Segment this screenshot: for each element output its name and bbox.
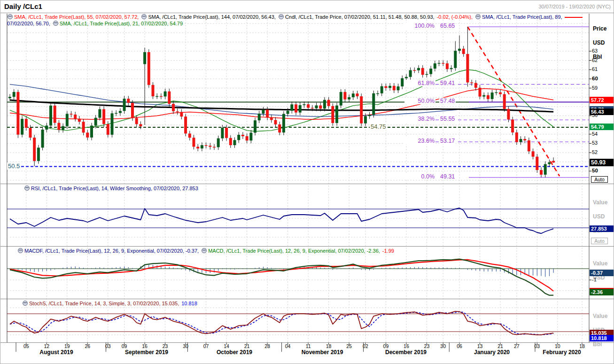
candle-body — [311, 108, 314, 109]
candle-body — [491, 93, 494, 99]
stoch-d-value-text: 10.818 — [181, 301, 197, 306]
macd-signal-line — [10, 260, 553, 291]
candle-body — [499, 93, 502, 94]
sma-21-legend[interactable]: SMA, /CLc1, Trade Price(Last), 21, 07/02… — [53, 21, 183, 26]
candle-body — [315, 105, 318, 108]
candle-body — [249, 133, 252, 141]
candle-body — [127, 99, 130, 103]
candle-body — [94, 118, 97, 126]
candle-legend[interactable]: Cndl, /CLc1, Trade Price, 07/02/2020, 51… — [278, 14, 435, 20]
candle-body — [225, 128, 228, 138]
candle-body — [360, 96, 363, 124]
candle-body — [16, 92, 19, 135]
resistance-level-label: 54.75 — [370, 123, 387, 130]
macd-legend-text: MACD, /CLc1, Trade Price(Last), 12, 26, … — [208, 248, 380, 254]
date-range-label: 30/07/2019 - 19/02/2020 (NYC) — [539, 4, 611, 9]
sma-89-line-sample[interactable] — [565, 14, 583, 20]
candle-body — [152, 85, 155, 96]
candle-body — [168, 92, 171, 104]
macd-line — [10, 259, 553, 295]
candle-body — [536, 157, 538, 170]
rsi-line — [10, 208, 553, 233]
candle-body — [164, 92, 167, 97]
sma-89-legend-text: SMA, /CLc1, Trade Price(Last), 89, — [482, 14, 562, 20]
sma-89-legend-cont[interactable]: 07/02/2020, 56.70, — [7, 21, 50, 26]
candle-body — [45, 125, 48, 129]
candle-body — [229, 138, 232, 145]
candle-body — [389, 86, 391, 88]
candle-body — [405, 77, 408, 78]
candle-body — [507, 109, 510, 120]
candle-body — [37, 147, 40, 161]
candle-body — [131, 103, 134, 118]
price-legend-row-1: SMA, /CLc1, Trade Price(Last), 55, 07/02… — [7, 14, 585, 20]
candle-body — [62, 126, 64, 130]
candle-body — [86, 132, 89, 137]
support-level-label: 50.5 — [7, 163, 21, 170]
macd-signal-value[interactable]: -1.99 — [382, 248, 394, 254]
candle-body — [115, 113, 117, 114]
downtrend-line[interactable] — [467, 27, 560, 176]
candle-body — [8, 97, 11, 98]
candle-body — [515, 132, 518, 142]
stoch-legend[interactable]: StochS, /CLc1, Trade Price, 14, 3, Simpl… — [22, 301, 179, 306]
candle-body — [209, 146, 211, 147]
macdf-legend-text: MACDF, /CLc1, Trade Price(Last), 12, 26,… — [24, 248, 199, 254]
candle-body — [327, 100, 330, 106]
candle-body — [49, 106, 52, 126]
candle-body — [482, 95, 485, 97]
stoch-d-value[interactable]: 10.818 — [181, 301, 197, 306]
candle-body — [270, 117, 273, 120]
sma-89-line — [10, 85, 553, 117]
candle-body — [139, 124, 142, 126]
candle-body — [57, 123, 60, 130]
sma-144-legend[interactable]: SMA, /CLc1, Trade Price(Last), 144, 07/0… — [141, 14, 276, 20]
candle-body — [205, 145, 208, 146]
candle-body — [417, 68, 420, 70]
candle-body — [372, 93, 375, 115]
candle-body — [335, 106, 338, 123]
candle-body — [176, 111, 179, 112]
macd-signal-value-text: -1.99 — [382, 248, 394, 254]
macd-legend-row: MACDF, /CLc1, Trade Price(Last), 12, 26,… — [17, 248, 396, 254]
candle-body — [544, 164, 547, 174]
candle-body — [479, 88, 482, 97]
sma-89-legend[interactable]: SMA, /CLc1, Trade Price(Last), 89, — [475, 14, 562, 20]
candle-body — [425, 74, 428, 75]
indicator-icon — [24, 186, 30, 191]
candle-body — [135, 118, 138, 124]
candle-body — [233, 140, 236, 145]
candle-body — [258, 114, 261, 120]
sma-144-legend-text: SMA, /CLc1, Trade Price(Last), 144, 07/0… — [148, 14, 276, 20]
candle-body — [409, 70, 412, 77]
candle-body — [54, 106, 56, 123]
candle-body — [401, 78, 404, 86]
candle-body — [107, 124, 109, 135]
candle-body — [381, 86, 383, 93]
candle-body — [397, 86, 400, 90]
candle-body — [82, 122, 85, 132]
candle-body — [299, 105, 302, 113]
candle-body — [193, 138, 195, 147]
candle-body — [487, 95, 490, 99]
candle-body — [246, 136, 249, 140]
candle-body — [376, 93, 379, 94]
candle-body — [29, 128, 32, 138]
candle-body — [66, 114, 69, 126]
candle-body — [523, 139, 526, 140]
candle-change-legend[interactable]: -0.02, (-0.04%), — [437, 14, 473, 20]
candle-body — [201, 145, 203, 148]
indicator-icon — [202, 248, 207, 253]
candle-body — [90, 125, 93, 137]
candle-body — [434, 63, 436, 69]
sma-55-legend[interactable]: SMA, /CLc1, Trade Price(Last), 55, 07/02… — [7, 14, 139, 20]
indicator-icon — [279, 14, 284, 19]
candle-body — [160, 96, 163, 97]
candle-body — [364, 116, 367, 124]
macdf-legend[interactable]: MACDF, /CLc1, Trade Price(Last), 12, 26,… — [17, 248, 199, 254]
rsi-auto-scale-button[interactable]: Auto — [591, 238, 608, 244]
macd-legend[interactable]: MACD, /CLc1, Trade Price(Last), 12, 26, … — [201, 248, 380, 254]
price-auto-scale-button[interactable]: Auto — [591, 176, 608, 183]
sma-55-legend-text: SMA, /CLc1, Trade Price(Last), 55, 07/02… — [14, 14, 139, 20]
rsi-legend[interactable]: RSI, /CLc1, Trade Price(Last), 14, Wilde… — [24, 186, 198, 191]
